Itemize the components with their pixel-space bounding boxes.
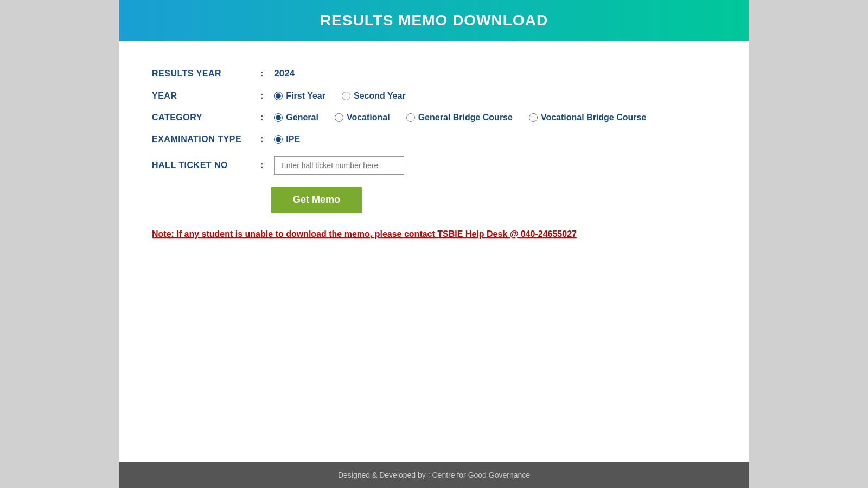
year-radio-second[interactable] (342, 92, 350, 100)
category-radio-general-bridge[interactable] (406, 113, 415, 122)
header-banner: RESULTS MEMO DOWNLOAD (119, 0, 749, 41)
year-label: YEAR (152, 91, 260, 101)
category-label-vocational-bridge: Vocational Bridge Course (541, 113, 646, 123)
footer: Designed & Developed by : Centre for Goo… (119, 462, 749, 488)
hall-ticket-colon: : (260, 160, 263, 170)
results-year-label: RESULTS YEAR (152, 69, 260, 79)
results-year-value: 2024 (274, 68, 295, 79)
category-label: CATEGORY (152, 113, 260, 123)
category-label-general-bridge: General Bridge Course (418, 113, 513, 123)
page-title: RESULTS MEMO DOWNLOAD (119, 12, 749, 29)
get-memo-row: Get Memo (271, 187, 716, 213)
category-label-vocational: Vocational (347, 113, 390, 123)
page-wrapper: RESULTS MEMO DOWNLOAD RESULTS YEAR : 202… (119, 0, 749, 488)
results-year-colon: : (260, 69, 263, 79)
footer-text: Designed & Developed by : Centre for Goo… (338, 471, 530, 479)
results-year-row: RESULTS YEAR : 2024 (152, 68, 716, 79)
year-radio-first[interactable] (274, 92, 283, 100)
category-label-general: General (286, 113, 318, 123)
get-memo-button[interactable]: Get Memo (271, 187, 362, 213)
note-text: Note: If any student is unable to downlo… (152, 229, 716, 239)
main-content: RESULTS YEAR : 2024 YEAR : First Year Se… (119, 41, 749, 462)
form-section: RESULTS YEAR : 2024 YEAR : First Year Se… (152, 68, 716, 239)
category-row: CATEGORY : General Vocational General Br… (152, 113, 716, 123)
category-option-general[interactable]: General (274, 113, 318, 123)
category-radio-vocational-bridge[interactable] (529, 113, 538, 122)
category-radio-group: General Vocational General Bridge Course… (274, 113, 646, 123)
exam-type-radio-group: IPE (274, 134, 300, 144)
category-colon: : (260, 113, 263, 123)
exam-type-row: EXAMINATION TYPE : IPE (152, 134, 716, 144)
exam-type-radio-ipe[interactable] (274, 135, 283, 144)
year-label-first: First Year (286, 91, 326, 101)
year-radio-group: First Year Second Year (274, 91, 405, 101)
exam-type-option-ipe[interactable]: IPE (274, 134, 300, 144)
category-option-vocational-bridge[interactable]: Vocational Bridge Course (529, 113, 646, 123)
exam-type-colon: : (260, 134, 263, 144)
exam-type-label: EXAMINATION TYPE (152, 134, 260, 144)
year-option-second[interactable]: Second Year (342, 91, 406, 101)
year-colon: : (260, 91, 263, 101)
year-label-second: Second Year (354, 91, 406, 101)
hall-ticket-input[interactable] (274, 156, 404, 175)
hall-ticket-row: HALL TICKET NO : (152, 156, 716, 175)
year-row: YEAR : First Year Second Year (152, 91, 716, 101)
category-radio-general[interactable] (274, 113, 283, 122)
hall-ticket-label: HALL TICKET NO (152, 160, 260, 170)
category-radio-vocational[interactable] (335, 113, 343, 122)
category-option-vocational[interactable]: Vocational (335, 113, 390, 123)
exam-type-label-ipe: IPE (286, 134, 300, 144)
category-option-general-bridge[interactable]: General Bridge Course (406, 113, 513, 123)
year-option-first[interactable]: First Year (274, 91, 326, 101)
